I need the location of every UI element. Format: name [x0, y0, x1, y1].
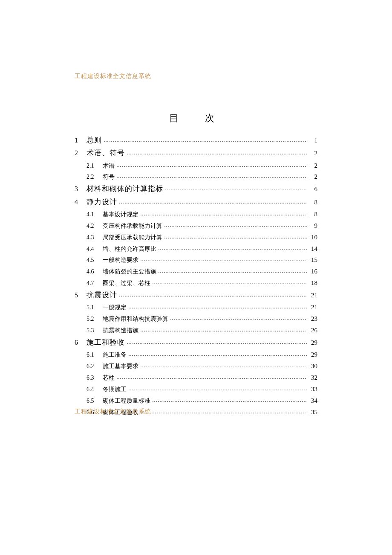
- toc-leader-dots: [170, 314, 307, 323]
- toc-entry: 6.3芯柱32: [75, 372, 317, 384]
- table-of-contents: 1总则12术语、符号22.1术语22.2符号23材料和砌体的计算指标64静力设计…: [75, 134, 317, 418]
- toc-entry-number: 2.2: [86, 172, 103, 183]
- header-watermark: 工程建设标准全文信息系统: [75, 73, 151, 80]
- toc-entry-page: 1: [307, 135, 317, 146]
- toc-entry-page: 2: [307, 148, 317, 159]
- toc-entry-title: 圈梁、过梁、芯柱: [103, 278, 150, 289]
- toc-entry: 6施工和验收29: [75, 336, 317, 349]
- toc-entry-page: 9: [307, 220, 317, 232]
- toc-entry-page: 32: [307, 372, 317, 384]
- toc-entry-number: 4.1: [86, 209, 103, 220]
- toc-entry: 2.2符号2: [75, 171, 317, 183]
- toc-leader-dots: [119, 291, 307, 299]
- toc-entry-title: 符号: [103, 172, 115, 183]
- toc-entry-title: 总则: [86, 134, 102, 147]
- toc-entry: 2.1术语2: [75, 160, 317, 171]
- toc-leader-dots: [127, 148, 307, 157]
- toc-entry-title: 静力设计: [86, 196, 117, 209]
- toc-leader-dots: [140, 407, 307, 416]
- toc-entry-number: 4.7: [86, 278, 103, 289]
- toc-entry-page: 34: [307, 395, 317, 407]
- toc-entry-number: 5: [75, 289, 86, 301]
- toc-entry-page: 18: [307, 277, 317, 289]
- toc-leader-dots: [116, 373, 307, 382]
- toc-entry-title: 施工准备: [103, 350, 127, 360]
- toc-entry-title: 材料和砌体的计算指标: [86, 183, 163, 195]
- toc-leader-dots: [140, 255, 307, 264]
- toc-leader-dots: [140, 361, 307, 370]
- toc-entry-title: 墙、柱的允许高厚比: [103, 244, 156, 255]
- toc-leader-dots: [104, 136, 307, 145]
- toc-entry-page: 2: [307, 160, 317, 171]
- toc-entry: 2术语、符号2: [75, 147, 317, 160]
- footer-watermark: 工程建设标准全文信息系统: [75, 408, 151, 416]
- toc-entry: 6.1施工准备29: [75, 349, 317, 360]
- toc-entry-page: 26: [307, 325, 317, 336]
- toc-entry-number: 3: [75, 183, 86, 195]
- toc-entry: 5抗震设计21: [75, 289, 317, 302]
- toc-entry-number: 4.5: [86, 255, 103, 266]
- toc-entry-number: 2.1: [86, 161, 103, 171]
- toc-entry: 6.2施工基本要求30: [75, 360, 317, 372]
- toc-entry-number: 6.5: [86, 396, 103, 407]
- toc-leader-dots: [119, 198, 307, 206]
- toc-entry-page: 23: [307, 313, 317, 325]
- toc-entry-number: 4.2: [86, 221, 103, 232]
- toc-entry-number: 6.2: [86, 361, 103, 372]
- toc-entry-number: 5.1: [86, 302, 103, 313]
- toc-entry-number: 4: [75, 196, 86, 208]
- toc-entry: 4.3局部受压承载能力计算10: [75, 232, 317, 243]
- toc-leader-dots: [128, 384, 307, 393]
- toc-entry: 5.3抗震构造措施26: [75, 325, 317, 336]
- toc-entry-number: 4.4: [86, 244, 103, 255]
- toc-entry-title: 一般构造要求: [103, 255, 138, 266]
- toc-leader-dots: [152, 278, 307, 287]
- toc-entry: 4.4墙、柱的允许高厚比14: [75, 243, 317, 255]
- toc-entry-page: 30: [307, 360, 317, 372]
- toc-entry-title: 施工和验收: [86, 336, 125, 349]
- toc-leader-dots: [116, 172, 307, 181]
- toc-leader-dots: [158, 244, 307, 253]
- toc-entry: 3材料和砌体的计算指标6: [75, 183, 317, 195]
- toc-entry: 4.1基本设计规定8: [75, 209, 317, 220]
- toc-entry-title: 砌体工程质量标准: [103, 396, 150, 407]
- toc-entry-page: 2: [307, 171, 317, 183]
- toc-entry-title: 局部受压承载能力计算: [103, 232, 162, 243]
- toc-leader-dots: [140, 325, 307, 334]
- toc-entry-page: 14: [307, 243, 317, 255]
- toc-entry-number: 6.3: [86, 373, 103, 384]
- toc-leader-dots: [158, 267, 307, 276]
- toc-leader-dots: [165, 184, 307, 193]
- toc-entry-number: 4.3: [86, 232, 103, 243]
- toc-entry-page: 21: [307, 290, 317, 301]
- toc-entry: 4静力设计8: [75, 196, 317, 209]
- toc-entry-page: 8: [307, 209, 317, 220]
- toc-entry-title: 术语、符号: [86, 147, 125, 160]
- toc-entry-number: 5.2: [86, 314, 103, 325]
- toc-entry-title: 地震作用和结构抗震验算: [103, 314, 168, 325]
- toc-entry-page: 33: [307, 384, 317, 395]
- toc-entry-title: 基本设计规定: [103, 209, 138, 220]
- toc-entry: 6.5砌体工程质量标准34: [75, 395, 317, 407]
- toc-leader-dots: [127, 338, 307, 347]
- toc-entry-title: 术语: [103, 161, 115, 171]
- toc-entry-number: 5.3: [86, 325, 103, 336]
- toc-leader-dots: [164, 221, 307, 230]
- toc-entry-page: 8: [307, 197, 317, 208]
- toc-entry-page: 16: [307, 266, 317, 277]
- toc-entry-number: 2: [75, 147, 86, 159]
- toc-entry-title: 冬期施工: [103, 384, 127, 395]
- toc-leader-dots: [140, 209, 307, 218]
- toc-entry: 1总则1: [75, 134, 317, 147]
- toc-entry: 4.6墙体防裂的主要措施16: [75, 266, 317, 277]
- toc-entry-number: 4.6: [86, 267, 103, 277]
- toc-entry-title: 受压构件承载能力计算: [103, 221, 162, 232]
- toc-entry-number: 6.1: [86, 350, 103, 360]
- toc-leader-dots: [116, 161, 307, 170]
- toc-leader-dots: [128, 302, 307, 311]
- toc-entry-number: 6: [75, 337, 86, 349]
- toc-entry-page: 29: [307, 349, 317, 360]
- toc-entry-number: 6.4: [86, 384, 103, 395]
- toc-entry-page: 15: [307, 254, 317, 266]
- toc-entry-title: 墙体防裂的主要措施: [103, 267, 156, 277]
